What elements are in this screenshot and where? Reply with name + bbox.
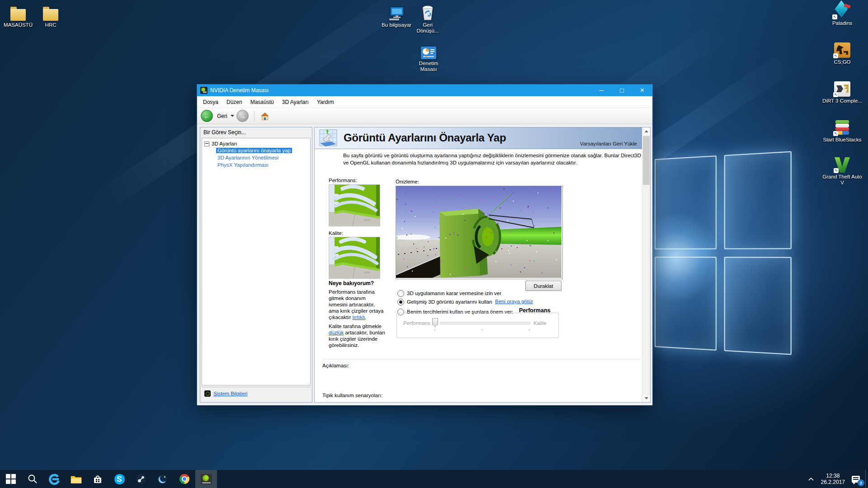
this-pc-icon <box>388 6 405 21</box>
slider-tick <box>529 329 529 331</box>
home-icon[interactable] <box>260 112 270 121</box>
menu-duzen[interactable]: Düzen <box>222 97 246 107</box>
page-header: Görüntü Ayarlarını Önayarla Yap Varsayıl… <box>315 127 642 149</box>
desktop-icon-label: Grand Theft Auto V <box>822 174 863 186</box>
maximize-button[interactable]: □ <box>612 84 632 96</box>
desktop-icon-masaustu[interactable]: MASAÜSTÜ <box>2 4 34 28</box>
nvidia-control-panel-window: NVIDIA Denetim Masası ─ □ × Dosya Düzen … <box>197 84 653 405</box>
shortcut-arrow-icon: ↖ <box>834 168 839 173</box>
slider-min-label: Performans <box>403 320 430 326</box>
tray-chevron-button[interactable] <box>805 470 817 488</box>
quality-thumbnail <box>329 237 380 279</box>
radio-option-2[interactable]: Gelişmiş 3D görüntü ayarlarını kullan <box>397 299 492 305</box>
forward-button[interactable]: → <box>236 110 249 122</box>
slider-track[interactable] <box>440 322 530 324</box>
chrome-button[interactable] <box>174 470 195 488</box>
taskbar-clock[interactable]: 12:38 26.2.2017 <box>817 470 849 488</box>
shortcut-arrow-icon: ↖ <box>832 14 837 19</box>
clock-time: 12:38 <box>826 473 840 479</box>
skype-icon <box>114 474 125 484</box>
desktop-icon-label: DiRT 3 Comple... <box>822 98 862 104</box>
tree-item-3d-ayarlarinin-yonetilmesi[interactable]: 3D Ayarlarının Yönetilmesi <box>216 155 309 162</box>
scrollbar-thumb[interactable] <box>643 136 650 185</box>
tree-root-3d-ayarlari[interactable]: 3D Ayarları <box>203 140 309 147</box>
edge-icon <box>49 474 60 485</box>
desktop-icon-paladins[interactable]: ↖ Paladins <box>822 2 863 26</box>
toolbar-separator <box>254 111 255 122</box>
radio-icon-checked[interactable] <box>397 299 404 305</box>
desktop-icon-label: Start BlueStacks <box>823 137 861 143</box>
action-center-button[interactable]: 2 <box>849 470 865 488</box>
back-button[interactable]: ← <box>201 110 213 122</box>
tree-item-goruntu-ayarlarini-onayarla-yap[interactable]: Görüntü ayarlarını önayarla yap <box>216 147 309 155</box>
menu-3d-ayarlari[interactable]: 3D Ayarları <box>278 97 313 107</box>
file-explorer-button[interactable] <box>65 470 87 488</box>
start-icon <box>6 474 16 484</box>
nvidia-control-panel-button[interactable] <box>195 470 217 488</box>
chevron-up-icon <box>808 477 814 481</box>
toolbar: ← Geri → <box>197 108 652 124</box>
desktop-icon-recycle-bin[interactable]: Geri Dönüşü... <box>412 4 443 34</box>
back-history-dropdown-icon[interactable] <box>231 115 234 117</box>
menu-dosya[interactable]: Dosya <box>199 97 222 107</box>
performance-thumb-label: Performans: <box>329 178 357 183</box>
radio-option-1[interactable]: 3D uygulamanın karar vermesine izin ver <box>397 290 501 296</box>
shortcut-arrow-icon: ↖ <box>833 53 838 58</box>
steam-button[interactable] <box>130 470 152 488</box>
tree-collapse-icon[interactable] <box>204 141 209 146</box>
desktop-icon-this-pc[interactable]: Bu bilgisayar <box>379 4 414 28</box>
scrollbar-up-icon[interactable] <box>642 127 650 136</box>
shortcut-arrow-icon: ↖ <box>833 131 838 136</box>
skype-button[interactable] <box>108 470 130 488</box>
close-button[interactable]: × <box>632 84 652 96</box>
daemon-tools-button[interactable] <box>152 470 174 488</box>
system-info-link[interactable]: Sistem Bilgileri <box>213 391 247 396</box>
go-there-link[interactable]: Beni oraya götür <box>495 299 533 304</box>
preference-slider-group: Performans Kalite <box>396 313 559 338</box>
pause-button[interactable]: Duraklat <box>525 281 561 291</box>
scrollbar-down-icon[interactable] <box>642 394 650 402</box>
page-header-icon <box>318 129 338 147</box>
desktop-icon-gtav[interactable]: ↖ Grand Theft Auto V <box>822 155 863 186</box>
radio-icon[interactable] <box>397 290 404 297</box>
edge-button[interactable] <box>43 470 65 488</box>
titlebar[interactable]: NVIDIA Denetim Masası ─ □ × <box>197 84 652 96</box>
performance-thumbnail <box>329 184 380 226</box>
tree-item-physx-yapilandirmasi[interactable]: PhysX Yapılandırması <box>216 162 309 169</box>
task-pane-header: Bir Görev Seçin... <box>200 127 312 136</box>
show-desktop-button[interactable] <box>865 470 868 488</box>
tirtikli-link[interactable]: tırtıklı <box>352 314 365 320</box>
menu-masaustu[interactable]: Masaüstü <box>246 97 278 107</box>
menu-yardim[interactable]: Yardım <box>313 97 338 107</box>
duzluk-link[interactable]: düzlük <box>329 330 344 335</box>
desktop-icon-hrc[interactable]: HRC <box>38 4 63 28</box>
store-button[interactable] <box>87 470 108 488</box>
desktop-icon-bluestacks[interactable]: ↖ Start BlueStacks <box>822 118 863 143</box>
windows-logo-pane <box>655 155 717 249</box>
desktop-icon-csgo[interactable]: ↖ CS;GO <box>822 41 863 65</box>
notification-badge: 2 <box>858 479 864 486</box>
slider-thumb[interactable] <box>432 318 438 328</box>
slider-max-label: Kalite <box>533 320 547 326</box>
windows-logo-pane <box>655 257 717 351</box>
task-pane: Bir Görev Seçin... 3D Ayarları Görüntü a… <box>200 127 312 403</box>
content-scrollbar[interactable] <box>642 127 650 402</box>
restore-defaults-button[interactable]: Varsayılanları Geri Yükle <box>580 141 637 146</box>
whats-heading: Neye bakıyorum? <box>329 280 374 286</box>
tree-root-label: 3D Ayarları <box>212 141 237 146</box>
system-info-icon <box>204 390 211 397</box>
folder-icon <box>10 9 26 21</box>
slider-tick <box>434 329 435 331</box>
search-button[interactable] <box>22 470 43 488</box>
window-title: NVIDIA Denetim Masası <box>210 87 269 94</box>
minimize-button[interactable]: ─ <box>591 84 612 96</box>
start-button[interactable] <box>0 470 22 488</box>
page-title: Görüntü Ayarlarını Önayarla Yap <box>344 131 506 144</box>
daemon-tools-icon <box>157 474 168 484</box>
desktop-icon-control-panel[interactable]: Denetim Masası <box>411 42 446 72</box>
store-icon <box>93 474 103 484</box>
desktop-icon-dirt3[interactable]: ↖ DiRT 3 Comple... <box>822 80 863 104</box>
description-label: Açıklaması: <box>322 363 349 368</box>
desktop-icon-label: Paladins <box>832 20 852 26</box>
usage-scenarios-label: Tipik kullanım senaryoları: <box>322 393 382 398</box>
